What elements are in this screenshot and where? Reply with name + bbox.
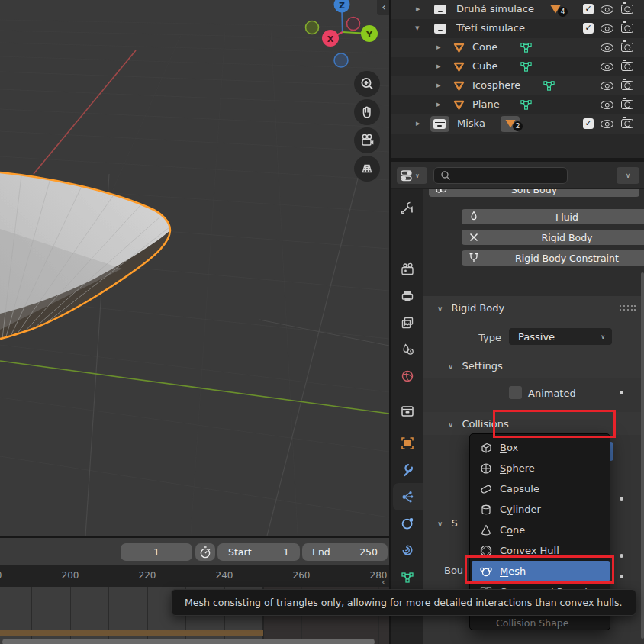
collapse-arrow-icon[interactable]: ▾ <box>415 23 420 33</box>
animate-property-dot[interactable] <box>620 575 623 578</box>
tab-scene[interactable] <box>394 338 421 361</box>
animate-property-dot[interactable] <box>620 391 623 394</box>
expand-arrow-icon[interactable]: ▸ <box>416 118 420 128</box>
tab-tool[interactable] <box>394 196 421 219</box>
outliner-row-icosphere[interactable]: ▸ Icosphere <box>391 76 644 95</box>
properties-editor[interactable]: ∨ ∨ <box>389 162 644 644</box>
region-collapse-arrow[interactable]: ‹ <box>382 576 385 588</box>
rigid-body-constraint-button[interactable]: Rigid Body Constraint <box>462 250 644 266</box>
region-collapse-arrow[interactable]: ‹ <box>377 0 389 15</box>
search-icon <box>440 170 451 181</box>
chevron-down-icon: ∨ <box>601 333 605 340</box>
3d-viewport[interactable]: Z X Y <box>0 0 389 536</box>
outliner-row-miska[interactable]: ▸ Miska 2 ✓ <box>391 114 644 134</box>
hide-eye-icon[interactable] <box>601 5 613 14</box>
exclude-checkbox[interactable]: ✓ <box>583 118 594 129</box>
tab-object-data[interactable] <box>394 565 421 588</box>
pan-button[interactable] <box>354 99 380 125</box>
exclude-checkbox[interactable]: ✓ <box>583 23 594 34</box>
ruler-tick: 200 <box>62 570 79 581</box>
tab-collection[interactable] <box>394 400 421 423</box>
tab-physics[interactable] <box>394 512 421 535</box>
hide-eye-icon[interactable] <box>601 43 613 52</box>
cylinder-icon <box>479 503 493 517</box>
expand-arrow-icon[interactable]: ▸ <box>436 80 441 90</box>
outliner[interactable]: ▸ Druhá simulace 4 ✓ ▾ Třetí simulace ✓ … <box>389 0 644 158</box>
subpanel-header-settings[interactable]: ∨ Settings <box>448 360 503 372</box>
disable-render-camera-icon[interactable] <box>621 5 633 14</box>
hide-eye-icon[interactable] <box>601 24 613 33</box>
end-frame-field[interactable]: End 250 <box>302 543 388 561</box>
dropdown-item-box[interactable]: Box <box>472 437 610 458</box>
dropdown-item-capsule[interactable]: Capsule <box>472 478 610 499</box>
rigid-body-button[interactable]: Rigid Body <box>462 230 644 245</box>
current-frame-field[interactable]: 1 <box>121 543 192 561</box>
dropdown-item-cylinder[interactable]: Cylinder <box>472 499 610 520</box>
disable-render-camera-icon[interactable] <box>621 100 633 109</box>
animate-property-dot[interactable] <box>620 554 623 558</box>
tool-icon <box>401 201 414 214</box>
mesh-data-green-icon <box>520 98 533 111</box>
panel-drag-dots-icon[interactable] <box>619 304 636 312</box>
stopwatch-icon <box>198 546 212 559</box>
fluid-droplet-icon <box>468 211 480 223</box>
camera-view-button[interactable] <box>354 127 380 153</box>
svg-text:Z: Z <box>339 1 345 11</box>
hide-eye-icon[interactable] <box>601 82 613 90</box>
tab-world[interactable] <box>394 365 421 388</box>
fluid-button[interactable]: Fluid <box>462 209 644 224</box>
chevron-down-icon: ∨ <box>437 304 443 313</box>
animated-checkbox[interactable] <box>509 386 522 399</box>
tab-object-constraints[interactable] <box>394 539 421 562</box>
header-options-button[interactable]: ∨ <box>617 167 639 184</box>
hide-eye-icon[interactable] <box>601 120 613 128</box>
animate-property-dot[interactable] <box>620 497 623 501</box>
tab-object[interactable] <box>394 432 421 455</box>
tab-render[interactable] <box>394 258 421 281</box>
hide-eye-icon[interactable] <box>601 63 613 71</box>
disable-render-camera-icon[interactable] <box>621 119 633 128</box>
use-preview-range-button[interactable] <box>195 543 215 561</box>
expand-arrow-icon[interactable]: ▸ <box>436 61 441 71</box>
box-icon <box>479 441 493 455</box>
timeline-scrollbar[interactable] <box>2 639 375 644</box>
remove-x-icon <box>468 231 480 243</box>
disable-render-camera-icon[interactable] <box>621 24 633 33</box>
tab-particles[interactable] <box>394 485 421 508</box>
properties-tab-column <box>391 189 423 644</box>
disable-render-camera-icon[interactable] <box>621 62 633 71</box>
outliner-row-cone[interactable]: ▸ Cone <box>391 38 644 57</box>
collection-icon <box>434 24 446 34</box>
ruler-tick: 180 <box>0 570 2 581</box>
dropdown-footer-label: Collision Shape <box>496 617 568 629</box>
search-input[interactable] <box>433 167 568 184</box>
outliner-row-treti-simulace[interactable]: ▾ Třetí simulace ✓ <box>391 19 644 38</box>
dropdown-item-sphere[interactable]: Sphere <box>472 458 610 478</box>
outliner-row-druha-simulace[interactable]: ▸ Druhá simulace 4 ✓ <box>391 0 644 19</box>
tab-modifiers[interactable] <box>394 459 421 481</box>
perspective-toggle-button[interactable] <box>354 156 380 182</box>
dropdown-item-cone[interactable]: Cone <box>472 520 610 540</box>
disable-render-camera-icon[interactable] <box>621 43 633 52</box>
properties-scrollbar[interactable] <box>641 272 644 639</box>
tab-output[interactable] <box>394 285 421 308</box>
expand-arrow-icon[interactable]: ▸ <box>416 4 420 14</box>
type-dropdown[interactable]: Passive ∨ <box>509 328 612 345</box>
outliner-row-plane[interactable]: ▸ Plane <box>391 95 644 114</box>
editor-type-button[interactable]: ∨ <box>397 167 427 184</box>
panel-header-rigid-body[interactable]: ∨ Rigid Body <box>437 302 504 314</box>
disable-render-camera-icon[interactable] <box>621 81 633 90</box>
zoom-button[interactable] <box>354 71 380 97</box>
ruler-tick: 220 <box>139 570 156 581</box>
start-frame-field[interactable]: Start 1 <box>217 543 300 561</box>
exclude-checkbox[interactable]: ✓ <box>583 4 594 14</box>
expand-arrow-icon[interactable]: ▸ <box>436 42 441 52</box>
hide-eye-icon[interactable] <box>601 101 613 109</box>
soft-body-button[interactable]: Soft Body <box>429 189 639 197</box>
timeline-ruler[interactable]: 180 200 220 240 260 280 <box>0 565 389 587</box>
x-axis-line <box>34 50 136 174</box>
expand-arrow-icon[interactable]: ▸ <box>436 99 441 109</box>
tab-view-layer[interactable] <box>394 311 421 334</box>
scene-icon <box>401 343 414 356</box>
outliner-row-cube[interactable]: ▸ Cube <box>391 57 644 76</box>
